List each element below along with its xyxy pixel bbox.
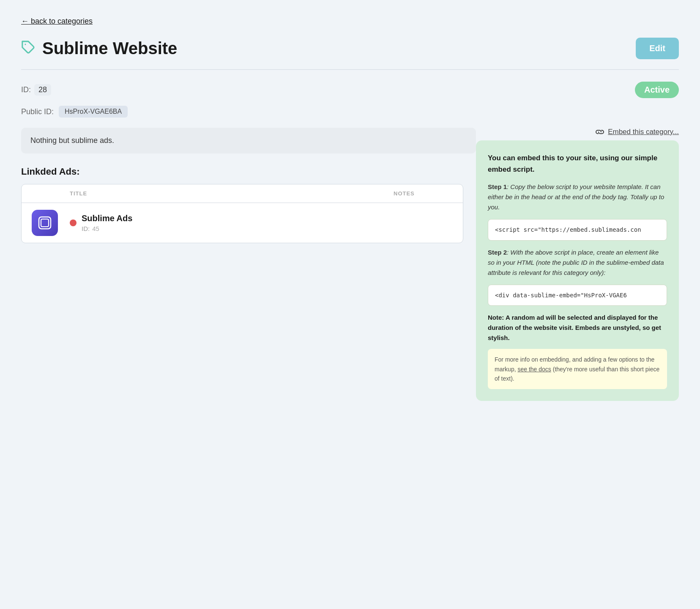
left-column: Nothing but sublime ads. Linkded Ads: TI… <box>21 128 476 401</box>
ad-icon-wrap <box>32 210 61 236</box>
public-id-value: HsProX-VGAE6BA <box>59 106 128 118</box>
header-left: Sublime Website <box>21 39 177 58</box>
link-icon <box>595 129 604 135</box>
table-row[interactable]: Sublime Ads ID: 45 <box>22 203 463 243</box>
id-section: ID: 28 <box>21 84 51 96</box>
ad-icon <box>32 210 58 236</box>
embed-intro: You can embed this to your site, using o… <box>488 152 667 175</box>
back-to-categories-link[interactable]: ← back to categories <box>21 17 93 26</box>
header-divider <box>21 69 679 70</box>
step1-code-box[interactable]: <script src="https://embed.sublimeads.co… <box>488 219 667 240</box>
ad-status-dot <box>70 219 77 226</box>
step2-text: : With the above script in place, create… <box>488 249 664 276</box>
step2-label: Step 2 <box>488 249 507 256</box>
description-box: Nothing but sublime ads. <box>21 128 476 154</box>
table-header: TITLE NOTES <box>22 184 463 203</box>
public-id-label: Public ID: <box>21 107 54 116</box>
id-label: ID: <box>21 85 31 94</box>
ad-name: Sublime Ads <box>82 214 132 223</box>
col-notes-header: NOTES <box>394 190 453 197</box>
embed-link[interactable]: Embed this category... <box>476 128 679 136</box>
embed-link-text: Embed this category... <box>608 128 679 136</box>
step2-code-box[interactable]: <div data-sublime-embed="HsProX-VGAE6 <box>488 285 667 306</box>
ad-info: Sublime Ads ID: 45 <box>70 214 385 232</box>
edit-button[interactable]: Edit <box>636 38 679 59</box>
ad-id-row: ID: 45 <box>82 225 132 232</box>
page-title: Sublime Website <box>42 39 177 58</box>
embed-panel: Embed this category... You can embed thi… <box>476 128 679 401</box>
ad-id-label: ID: <box>82 225 90 232</box>
step1-label: Step 1 <box>488 183 507 190</box>
main-content: Nothing but sublime ads. Linkded Ads: TI… <box>21 128 679 401</box>
see-docs-link[interactable]: see the docs <box>517 366 551 373</box>
linked-ads-label: Linkded Ads: <box>21 166 476 177</box>
ad-id-value: 45 <box>92 225 99 232</box>
col-title-header: TITLE <box>70 190 385 197</box>
ads-table: TITLE NOTES Sublime Ads <box>21 184 463 243</box>
meta-row: ID: 28 Active <box>21 82 679 98</box>
page-header: Sublime Website Edit <box>21 38 679 59</box>
ad-title-col: Sublime Ads ID: 45 <box>82 214 132 232</box>
step2-block: Step 2: With the above script in place, … <box>488 247 667 278</box>
step1-block: Step 1: Copy the below script to your we… <box>488 182 667 212</box>
embed-note: Note: A random ad will be selected and d… <box>488 313 667 343</box>
public-id-row: Public ID: HsProX-VGAE6BA <box>21 106 679 118</box>
status-badge: Active <box>635 82 679 98</box>
svg-rect-2 <box>41 219 49 227</box>
tag-icon <box>21 40 36 57</box>
embed-info-box: For more info on embedding, and adding a… <box>488 349 667 389</box>
id-value: 28 <box>34 84 51 96</box>
embed-card: You can embed this to your site, using o… <box>476 140 679 401</box>
step1-text: : Copy the below script to your website … <box>488 183 664 211</box>
